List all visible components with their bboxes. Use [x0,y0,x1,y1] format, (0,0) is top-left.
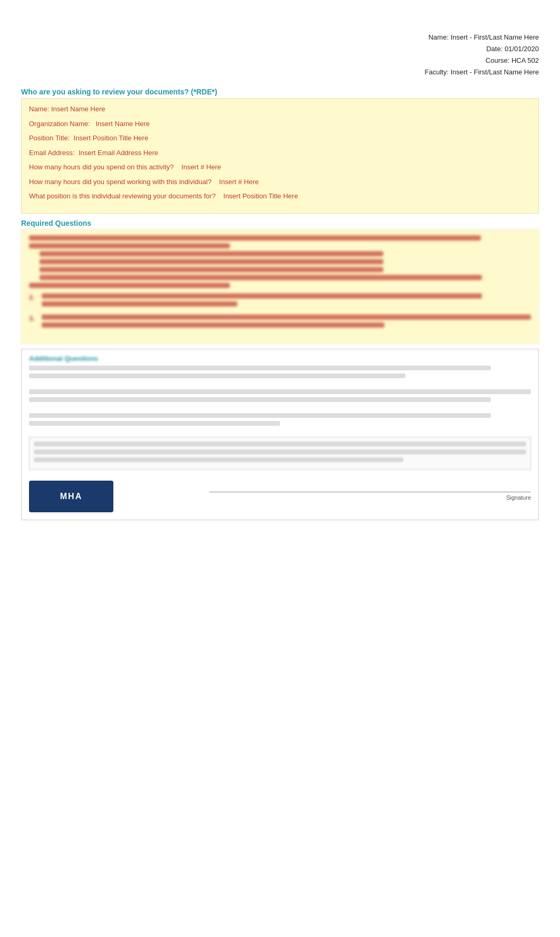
field-position-value: Insert Position Title Here [74,134,149,142]
field-name: Name: Insert Name Here [29,104,531,114]
lower-line1 [29,366,491,370]
q1-line1 [29,235,481,241]
logo-text: MHA [60,492,82,501]
field-org: Organization Name: Insert Name Here [29,119,531,129]
field-hours-activity-label: How many hours did you spend on this act… [29,163,181,171]
field-position: Position Title: Insert Position Title He… [29,133,531,144]
field-email: Email Address: Insert Email Address Here [29,148,531,158]
lower-line2 [29,374,405,378]
field-position-review-value: Insert Position Title Here [224,192,298,200]
q3-line1 [42,314,531,320]
field-hours-individual-value: Insert # Here [219,178,259,186]
sig-label: Signature [506,494,531,501]
field-email-value: Insert Email Address Here [79,149,158,157]
q1-sub2 [40,259,383,264]
q1-sub1 [40,251,383,256]
field-hours-activity-value: Insert # Here [181,163,221,171]
field-name-label: Name: [29,105,51,113]
lower-section: Additional Questions MHA Signature [21,349,539,520]
header-faculty: Faculty: Insert - First/Last Name Here [21,66,539,78]
q2-line2 [42,301,237,307]
field-org-value: Insert Name Here [95,120,150,128]
question-3-item: 3. [29,314,531,330]
q3-lines [42,314,531,330]
course-value: HCA 502 [511,56,539,64]
required-questions-section: 2. 3. [21,230,539,343]
lower-textarea-block [29,437,531,470]
field-position-review-label: What position is this individual reviewi… [29,192,224,200]
faculty-value: Insert - First/Last Name Here [450,68,539,76]
q3-line2 [42,322,384,328]
question-1-block [29,235,531,288]
lower-ta-line1 [34,442,526,446]
q1-line2 [29,243,230,248]
q2-num: 2. [29,293,37,309]
lower-line5 [29,413,491,418]
name-label: Name: [428,33,448,41]
field-hours-individual: How many hours did you spend working wit… [29,177,531,187]
field-position-label: Position Title: [29,134,74,142]
sig-line-wrap: Signature [129,492,531,501]
q1-sub3 [40,267,383,272]
lower-line3 [29,389,531,394]
q1-sub4 [40,275,482,280]
lower-ta-line2 [34,450,526,454]
header-course: Course: HCA 502 [21,55,539,66]
field-hours-activity: How many hours did you spend on this act… [29,162,531,173]
field-position-review: What position is this individual reviewi… [29,191,531,202]
q3-num: 3. [29,314,37,330]
section1-fields: Name: Insert Name Here Organization Name… [21,98,539,214]
field-org-label: Organization Name: [29,120,95,128]
field-hours-individual-label: How many hours did you spend working wit… [29,178,219,186]
date-value: 01/01/2020 [505,45,539,53]
name-value: Insert - First/Last Name Here [450,33,539,41]
course-label: Course: [486,56,510,64]
section2-title: Required Questions [21,219,539,227]
q2-lines [42,293,531,309]
field-name-value: Insert Name Here [51,105,105,113]
page: Name: Insert - First/Last Name Here Date… [0,0,560,547]
header-info: Name: Insert - First/Last Name Here Date… [21,32,539,78]
field-email-label: Email Address: [29,149,79,157]
signature-area: MHA Signature [29,475,531,512]
logo-box: MHA [29,481,113,512]
header-name: Name: Insert - First/Last Name Here [21,32,539,43]
lower-section-title: Additional Questions [29,355,531,362]
q1-footer [29,283,230,288]
lower-ta-line3 [34,457,403,462]
faculty-label: Faculty: [424,68,449,76]
q2-line1 [42,293,482,299]
lower-line4 [29,397,491,402]
header-date: Date: 01/01/2020 [21,43,539,55]
sig-line [209,492,531,492]
date-label: Date: [486,45,503,53]
section1-title: Who are you asking to review your docume… [21,88,539,96]
question-2-item: 2. [29,293,531,309]
lower-line6 [29,421,280,426]
